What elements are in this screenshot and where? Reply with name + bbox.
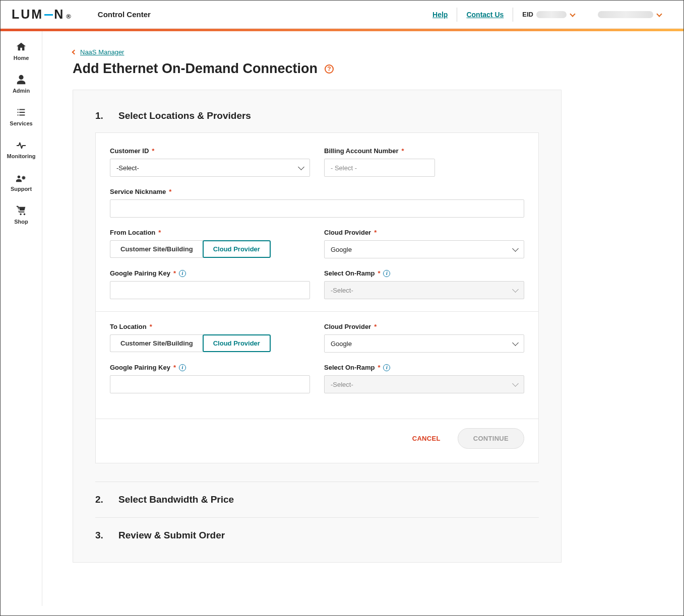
step-number: 1. [95, 110, 105, 121]
gear-user-icon [16, 172, 27, 183]
sidebar-item-label: Services [10, 120, 32, 126]
sidebar-item-support[interactable]: Support [11, 172, 32, 192]
customer-id-label: Customer ID* [110, 147, 310, 155]
to-onramp-value: -Select- [331, 381, 353, 388]
from-pairing-field[interactable] [116, 286, 303, 295]
account-value-redacted [598, 11, 653, 18]
divider [96, 311, 538, 312]
chevron-down-icon [512, 286, 519, 293]
nickname-label: Service Nickname* [110, 188, 524, 195]
from-onramp-value: -Select- [331, 287, 353, 294]
chevron-down-icon [570, 11, 575, 17]
sidebar: Home Admin Services Monitoring Support S… [1, 31, 42, 606]
from-location-segmented: Customer Site/Building Cloud Provider [110, 240, 310, 258]
step1-actions: CANCEL CONTINUE [96, 419, 538, 458]
step-number: 3. [95, 530, 105, 541]
step1-card: Customer ID* -Select- Billing Account Nu… [95, 132, 539, 463]
help-icon[interactable]: ? [325, 64, 334, 74]
from-seg-cloud[interactable]: Cloud Provider [203, 240, 271, 258]
to-seg-cloud[interactable]: Cloud Provider [203, 334, 271, 352]
eid-label: EID [522, 11, 533, 18]
chevron-down-icon [512, 380, 519, 387]
page-title: Add Ethernet On-Demand Connection ? [73, 61, 562, 77]
sidebar-item-label: Admin [13, 88, 30, 94]
to-pairing-input[interactable] [110, 375, 310, 393]
sidebar-item-label: Home [14, 55, 29, 61]
to-onramp-label: Select On-Ramp* i [324, 364, 524, 371]
home-icon [16, 41, 27, 52]
eid-menu[interactable]: EID [513, 11, 586, 18]
ban-label: Billing Account Number* [324, 147, 524, 155]
step-title: Select Locations & Providers [118, 110, 251, 121]
step-title: Review & Submit Order [118, 530, 225, 541]
sidebar-item-label: Monitoring [7, 153, 36, 159]
continue-button[interactable]: CONTINUE [458, 428, 524, 449]
step-title: Select Bandwidth & Price [118, 494, 234, 505]
to-provider-label: Cloud Provider* [324, 323, 524, 330]
from-seg-customer[interactable]: Customer Site/Building [110, 240, 203, 258]
from-provider-value: Google [331, 246, 352, 253]
to-location-label: To Location* [110, 323, 310, 330]
ban-input[interactable]: - Select - [324, 159, 435, 177]
to-provider-select[interactable]: Google [324, 334, 524, 353]
breadcrumb-label: NaaS Manager [80, 48, 124, 56]
top-header: LUMN® Control Center Help Contact Us EID [1, 1, 683, 29]
info-icon[interactable]: i [179, 364, 186, 371]
steps-panel: 1. Select Locations & Providers Customer… [73, 90, 562, 563]
to-provider-value: Google [331, 340, 352, 348]
help-link[interactable]: Help [423, 11, 457, 19]
logo: LUMN® [12, 7, 73, 22]
from-onramp-select[interactable]: -Select- [324, 281, 524, 299]
from-pairing-label: Google Pairing Key* i [110, 269, 310, 277]
from-pairing-input[interactable] [110, 281, 310, 299]
cancel-button[interactable]: CANCEL [409, 434, 444, 443]
chevron-left-icon [72, 50, 77, 55]
from-provider-select[interactable]: Google [324, 240, 524, 258]
sidebar-item-admin[interactable]: Admin [13, 74, 30, 94]
step-number: 2. [95, 494, 105, 505]
chevron-down-icon [656, 11, 662, 17]
cart-icon [16, 205, 27, 216]
sidebar-item-services[interactable]: Services [10, 107, 32, 126]
to-pairing-label: Google Pairing Key* i [110, 364, 310, 371]
from-location-label: From Location* [110, 229, 310, 236]
info-icon[interactable]: i [383, 364, 390, 371]
step3-header[interactable]: 3. Review & Submit Order [95, 517, 539, 553]
info-icon[interactable]: i [179, 270, 186, 277]
sidebar-item-home[interactable]: Home [14, 41, 29, 61]
to-onramp-select[interactable]: -Select- [324, 375, 524, 393]
sidebar-item-label: Shop [14, 219, 28, 225]
user-icon [16, 74, 27, 85]
nickname-field[interactable] [116, 204, 518, 213]
eid-value-redacted [536, 11, 567, 18]
sidebar-item-shop[interactable]: Shop [14, 205, 28, 225]
sidebar-item-label: Support [11, 186, 32, 192]
chevron-down-icon [512, 339, 519, 346]
chevron-down-icon [298, 164, 304, 170]
breadcrumb-back[interactable]: NaaS Manager [73, 48, 562, 56]
sidebar-item-monitoring[interactable]: Monitoring [7, 140, 36, 159]
contact-link[interactable]: Contact Us [457, 11, 513, 19]
pulse-icon [16, 140, 27, 151]
nickname-input[interactable] [110, 199, 524, 218]
chevron-down-icon [512, 245, 519, 252]
page-title-text: Add Ethernet On-Demand Connection [73, 61, 318, 77]
header-title: Control Center [98, 10, 151, 19]
account-menu[interactable] [586, 11, 672, 18]
to-pairing-field[interactable] [116, 380, 303, 389]
to-seg-customer[interactable]: Customer Site/Building [110, 334, 203, 352]
step2-header[interactable]: 2. Select Bandwidth & Price [95, 482, 539, 517]
customer-id-select[interactable]: -Select- [110, 159, 310, 177]
step1-header: 1. Select Locations & Providers [95, 110, 539, 121]
info-icon[interactable]: i [383, 270, 390, 277]
customer-id-value: -Select- [116, 164, 139, 172]
from-provider-label: Cloud Provider* [324, 229, 524, 236]
to-location-segmented: Customer Site/Building Cloud Provider [110, 334, 310, 352]
logo-e-bar-icon [44, 14, 53, 16]
list-icon [16, 107, 27, 118]
header-right: Help Contact Us EID [423, 8, 672, 22]
ban-placeholder: - Select - [331, 164, 357, 172]
from-onramp-label: Select On-Ramp* i [324, 269, 524, 277]
